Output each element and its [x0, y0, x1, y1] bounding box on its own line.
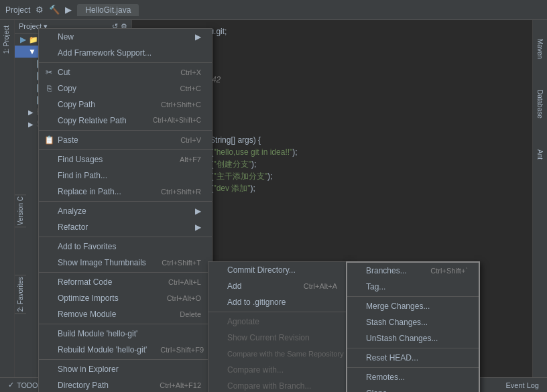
todo-tab[interactable]: ✓ TODO [3, 379, 44, 391]
version-control-sidebar[interactable]: Version C [15, 194, 26, 227]
tree-scratches-label: Scra [36, 119, 53, 129]
terminal-tab[interactable]: >_ Terminal [45, 380, 95, 391]
terminal-icon: >_ [50, 381, 59, 389]
tree-item-scratches[interactable]: ▶ Scra [15, 118, 131, 130]
event-log-tab[interactable]: Event Log [500, 381, 544, 390]
folder-icon: 📁 [29, 36, 38, 44]
right-sidebar: Maven Database Ant [532, 20, 547, 377]
project-panel-tab[interactable]: 1: Project [0, 20, 14, 59]
settings-icon[interactable]: ⚙ [36, 5, 44, 15]
database-tab[interactable]: Database [534, 84, 546, 124]
messages-icon: 💬 [170, 381, 179, 389]
code-line-desc: @Description: [137, 86, 527, 98]
title-bar: Project ⚙ 🔨 ▶ HelloGit.java [0, 0, 547, 20]
version-control-tab[interactable]: ↑ Version Control [96, 380, 164, 391]
messages-tab[interactable]: 💬 Messages [164, 379, 221, 391]
maven-tab[interactable]: Maven [534, 34, 546, 64]
code-line-class: class HelloGit { [137, 122, 527, 134]
code-line-main: lic static void main(String[] args) { [137, 134, 527, 146]
code-line-blank4 [137, 110, 527, 122]
code-line-close: } [137, 194, 527, 206]
tree-houc3-label: houc [48, 83, 66, 92]
bottom-bar: ✓ TODO >_ Terminal ↑ Version Control 💬 M… [0, 377, 547, 392]
left-sidebar: 1: Project [0, 20, 15, 377]
code-line-blank3 [137, 98, 527, 110]
run-icon[interactable]: ▶ [65, 5, 72, 15]
code-line-date: @Date 2020/9/2 8:42 [137, 74, 527, 86]
tree-hello-git-label: hello-git [51, 47, 79, 56]
tree-item-houc4[interactable]: 📄 houc [15, 94, 131, 106]
tree-item-houc1[interactable]: 📄 houc [15, 58, 131, 70]
project-header-label: Project ▾ [19, 22, 48, 31]
code-line-print3: System.out.println("主干添加分支"); [137, 170, 527, 182]
code-line-author: @Author houChen [137, 62, 527, 74]
tree-item-external[interactable]: ▶ Exte [15, 106, 131, 118]
project-tree-panel: Project ▾ ↺ ⚙ ▶ 📁 D:\workspace\git\test\… [15, 20, 132, 377]
tree-item-houc3[interactable]: 📄 houc [15, 82, 131, 94]
tree-houc2-label: houc [48, 71, 66, 80]
todo-icon: ✓ [8, 381, 14, 389]
code-editor: package com.atguigu.git; @Author houChen… [132, 20, 532, 377]
title-bar-left: Project ⚙ 🔨 ▶ [5, 5, 72, 15]
code-line-print1: System.out.println("hello,use git in ide… [137, 146, 527, 158]
code-line-blank2 [137, 50, 527, 62]
code-line-print2: System.out.println("创建分支"); [137, 158, 527, 170]
main-layout: 1: Project Maven Database Ant Project ▾ … [0, 20, 547, 377]
tree-houc4-label: houc [48, 95, 66, 105]
file-tab[interactable]: HelloGit.java [77, 4, 139, 16]
project-panel-header: Project ▾ ↺ ⚙ [15, 20, 131, 34]
tree-root-label: D:\workspace\git\test\hello-... [41, 35, 132, 44]
vc-icon: ↑ [101, 381, 105, 389]
build-icon[interactable]: 🔨 [49, 5, 60, 15]
tree-item-houc2[interactable]: 📄 houc [15, 70, 131, 82]
favorites-sidebar[interactable]: 2: Favorites [15, 275, 26, 314]
project-label: Project [5, 5, 30, 15]
tree-houc1-label: houc [48, 59, 66, 68]
tree-item-hello-git[interactable]: ▼ 📦 hello-git [15, 46, 131, 58]
tree-item-root[interactable]: ▶ 📁 D:\workspace\git\test\hello-... [15, 34, 131, 46]
tree-external-label: Exte [36, 107, 52, 117]
code-line-1: package com.atguigu.git; [137, 25, 527, 38]
code-line-print4: System.out.println("dev 添加"); [137, 182, 527, 194]
module-icon: 📦 [39, 48, 48, 56]
code-line-blank1 [137, 38, 527, 50]
ant-tab[interactable]: Ant [534, 144, 546, 165]
gear-icon-panel[interactable]: ⚙ [121, 22, 127, 31]
sync-icon[interactable]: ↺ [112, 22, 118, 31]
